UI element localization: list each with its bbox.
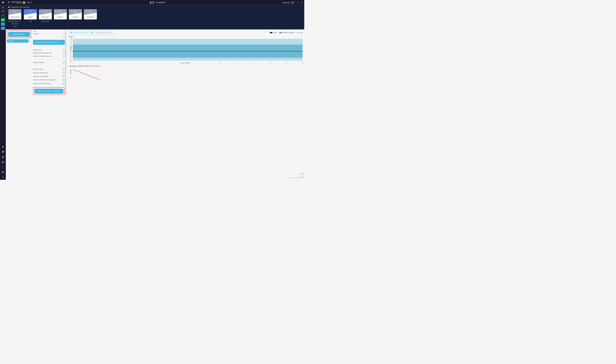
add-signal-highlight: ADD SIGNAL [7, 31, 31, 38]
step-card-5[interactable]: 5Emulator [69, 9, 82, 19]
sidebar-ad[interactable]: AD [1, 18, 5, 22]
logo-icon [23, 1, 26, 4]
svg-text:ST: ST [151, 2, 153, 3]
status-dot [294, 1, 295, 2]
terminal-icon[interactable] [0, 165, 6, 170]
export-icon[interactable] [0, 170, 6, 175]
filter-settings-button[interactable]: FILTER SETTINGS FILTER DEACTIVATED [69, 31, 114, 35]
home-icon[interactable] [0, 0, 6, 5]
check-item: File not empty [33, 67, 65, 71]
check-item: Numeric values only [33, 71, 65, 74]
app-title: NANOEDGE AI STUDIO [11, 1, 25, 4]
step-card-4[interactable]: 4Validation [54, 9, 67, 19]
svg-line-31 [73, 69, 100, 80]
breadcrumb: Project2024-03-14-16-54-39 [8, 6, 302, 8]
name-field-label: Name [33, 31, 65, 32]
signal-name-input[interactable] [33, 32, 62, 35]
icon-sidebar: DL DM SF AD 1C 1C [0, 0, 6, 180]
check-item: Check for empty lines [33, 74, 65, 78]
version-label: v4.3.1 [27, 1, 32, 3]
user-block[interactable]: Hello Nan ! [283, 1, 295, 4]
step-card-2[interactable]: 2Signals [24, 9, 37, 19]
chart2-title: Average modulus of the FFT of Axis 1 [69, 65, 303, 67]
help-badge[interactable]: T [300, 173, 304, 178]
chart-axis1: Values 180200220240260280300320340360380… [73, 39, 302, 62]
chat-icon[interactable] [0, 149, 6, 155]
sidebar-dm[interactable]: DM [1, 10, 5, 13]
sidebar-sf[interactable]: SF [1, 14, 5, 17]
title-line1: NANOEDGE AI [11, 1, 22, 3]
gear-icon[interactable] [0, 144, 6, 149]
chip-close-icon[interactable]: ✕ [29, 40, 31, 42]
pin-icon[interactable] [8, 1, 9, 4]
user-icon [291, 1, 294, 4]
step-card-6[interactable]: 6Deployment [84, 9, 97, 19]
title-line2: STUDIO [11, 3, 22, 4]
sidebar-dl[interactable]: DL [1, 6, 5, 9]
check-item: Check for minimum lines [33, 82, 65, 85]
add-signal-button[interactable]: ADD SIGNAL [8, 32, 30, 37]
check-item: Check for maximum line length [33, 78, 65, 82]
minimize-icon[interactable] [297, 1, 299, 4]
run-checks-button[interactable]: RUN OPTIONAL CHECKS [34, 89, 63, 93]
st-logo: ST life.augmented [32, 1, 283, 4]
chart-legend: mean standard deviation min [270, 32, 302, 33]
step-card-3[interactable]: 3Benchmark [39, 9, 52, 19]
chart-fft: alues 141618 [73, 68, 302, 81]
doc-search-icon[interactable] [0, 155, 6, 160]
name-count: 6 / 30 [33, 36, 65, 38]
chart1-title: Axis 1 [69, 36, 303, 38]
run-checks-highlight: RUN OPTIONAL CHECKS [33, 87, 65, 95]
sidebar-1c-a[interactable]: 1C [1, 22, 5, 26]
step-card-1[interactable]: 1Project settings [8, 9, 21, 19]
file-icon[interactable] [0, 159, 6, 165]
filter-toggle[interactable] [89, 31, 93, 34]
download-button[interactable]: DOWNLOAD SIGNAL FILE [33, 40, 65, 45]
maximize-icon[interactable] [301, 1, 302, 4]
collapse-icon[interactable] [0, 175, 6, 180]
sidebar-1c-b[interactable]: 1C [1, 26, 5, 30]
top-bar: NANOEDGE AI STUDIO v4.3.1 ST life.augmen… [6, 0, 304, 5]
refresh-icon[interactable] [63, 32, 65, 35]
watermark: CSDN @晚秋大魔王 [288, 177, 300, 179]
svg-rect-2 [301, 2, 302, 3]
folder-icon [8, 6, 10, 8]
steps-panel: Project2024-03-14-16-54-39 1Project sett… [6, 5, 304, 29]
check-item: Check for RAM [33, 61, 65, 64]
signal-chip[interactable]: normal [7, 39, 28, 43]
